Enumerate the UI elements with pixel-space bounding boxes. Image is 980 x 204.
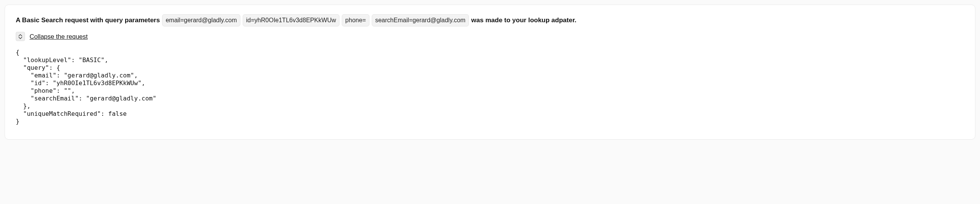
header-prefix: A Basic Search request with query parame…: [16, 15, 160, 25]
query-param-chip: searchEmail=gerard@gladly.com: [372, 14, 469, 26]
request-card: A Basic Search request with query parame…: [5, 5, 975, 140]
query-param-chip: id=yhR0OIe1TL6v3d8EPKkWUw: [243, 14, 339, 26]
request-json: { "lookupLevel": "BASIC", "query": { "em…: [16, 47, 964, 125]
header-suffix: was made to your lookup adpater.: [471, 15, 576, 25]
collapse-link[interactable]: Collapse the request: [30, 33, 88, 40]
header-line: A Basic Search request with query parame…: [16, 14, 964, 26]
query-param-chip: email=gerard@gladly.com: [162, 14, 240, 26]
expand-collapse-icon[interactable]: [16, 32, 25, 41]
collapse-row: Collapse the request: [16, 32, 964, 41]
query-param-chip: phone=: [342, 14, 369, 26]
